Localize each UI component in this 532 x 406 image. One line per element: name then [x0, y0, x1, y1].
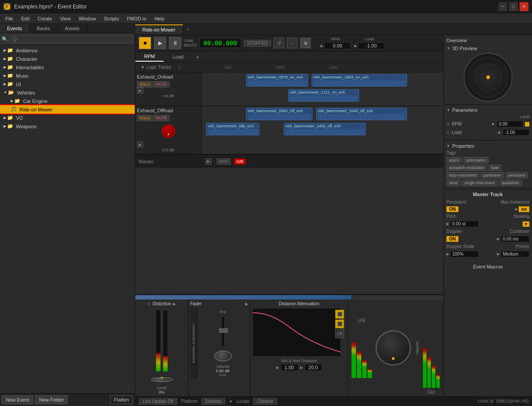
tag-fade: fade — [489, 165, 502, 171]
live-update-button[interactable]: Live Update Off — [139, 398, 177, 405]
platform-dropdown-arrow[interactable]: ▼ — [229, 399, 233, 404]
menu-edit[interactable]: Edit — [18, 15, 33, 22]
automation-section: Automation & Modulation — [190, 308, 197, 379]
solo-button-exhaust-offload[interactable]: SOLO — [137, 115, 153, 121]
clip-0945[interactable]: veh_lawnmower_0945_off_exh — [246, 108, 313, 120]
timeline-header: ▼ Logic Tracks 0 500 1000 1500 — [135, 63, 443, 72]
volume-knob-visual[interactable] — [162, 125, 175, 138]
chevron-right-icon: ▶ — [4, 57, 6, 61]
tree-item-ride-on-mower[interactable]: 🎵 Ride-on Mower — [0, 105, 135, 114]
track-play-button-offload[interactable]: ▶ — [137, 142, 143, 148]
menu-window[interactable]: Window — [75, 15, 99, 22]
flatten-button[interactable]: Flatten — [110, 395, 133, 404]
maximize-button[interactable]: □ — [509, 2, 518, 11]
new-event-button[interactable]: New Event — [2, 395, 33, 404]
big-volume-knob[interactable] — [376, 330, 411, 366]
clip-1604[interactable]: veh_lawnmower_1604_on_exh — [312, 74, 407, 87]
forward-button[interactable]: → — [287, 38, 297, 48]
load-play-btn[interactable]: ▶ — [498, 130, 501, 134]
persistent-value[interactable]: ON — [446, 206, 458, 212]
fader-handle[interactable] — [219, 328, 228, 333]
tree-item-weapons[interactable]: ▶ 📁 Weapons — [0, 122, 135, 130]
tree-item-ambience[interactable]: ▶ 📁 Ambience — [0, 46, 135, 55]
distortion-level-knob[interactable] — [151, 377, 173, 382]
play-icon-max: ▶ — [300, 366, 303, 370]
menu-fmodio[interactable]: FMOD.io — [123, 15, 150, 22]
chevron-right-icon: ▶ — [4, 116, 6, 120]
event-tab-ride-on-mower[interactable]: Ride-on Mower — [135, 24, 183, 34]
cooldown-value: 0.00 ms — [501, 236, 529, 242]
menu-help[interactable]: Help — [151, 15, 168, 22]
pause-button[interactable]: ⏸ — [169, 37, 181, 49]
tree-item-vo[interactable]: ▶ 📁 VO — [0, 114, 135, 122]
distance-btn-2[interactable]: ⬛ — [335, 319, 344, 328]
distance-off-btn[interactable]: Off — [335, 329, 344, 338]
clip-1121[interactable]: veh_lawnmower_1121_on_exh — [288, 89, 359, 102]
tab-banks[interactable]: Banks — [30, 24, 58, 33]
post-label: Post — [219, 373, 226, 377]
doppler-scale-value-row: ▶ 100% ▶ Medium — [446, 251, 529, 257]
tree-item-car-engine[interactable]: ▶ 📁 Car Engine — [0, 97, 135, 105]
distortion-play-btn[interactable]: ▶ — [173, 302, 176, 306]
master-play-button[interactable]: ▶ — [205, 158, 211, 165]
mute-button-exhaust-onload[interactable]: MUTE — [153, 81, 169, 87]
add-tab-button[interactable]: + — [183, 24, 194, 35]
lfe-label: LFE — [358, 318, 366, 323]
clip-idle[interactable]: veh_lawnmower_idle_exh — [206, 123, 259, 135]
fader-play-btn[interactable]: ▶ — [245, 302, 248, 306]
doppler-value[interactable]: ON — [446, 236, 458, 242]
pitch-value-row: ▶ 0.00 st ▼ — [446, 221, 529, 227]
window-controls: ─ □ ✕ — [498, 2, 528, 11]
menu-create[interactable]: Create — [34, 15, 56, 22]
clip-1406[interactable]: veh_lawnmower_1406_off_exh — [284, 123, 366, 135]
tree-item-ui[interactable]: ▶ 📁 UI — [0, 80, 135, 88]
search-input[interactable] — [10, 35, 133, 43]
load-value: -1.00 — [358, 42, 384, 49]
tab-assets[interactable]: Assets — [58, 24, 87, 33]
minimize-button[interactable]: ─ — [498, 2, 507, 11]
menu-scripts[interactable]: Scripts — [101, 15, 123, 22]
tree-item-vehicles[interactable]: ▼ 📂 Vehicles — [0, 88, 135, 97]
rpm-play-btn[interactable]: ▶ — [492, 122, 495, 126]
add-param-button[interactable]: + — [192, 51, 203, 62]
tree-item-music[interactable]: ▶ 📁 Music — [0, 71, 135, 80]
distance-btn-1[interactable]: ⬛ — [335, 310, 344, 319]
max-instances-value-row: ▶ oo — [515, 206, 529, 212]
platform-value-button[interactable]: Desktop — [201, 398, 226, 405]
track-play-button-onload[interactable]: ▶ — [137, 87, 143, 94]
loop-button[interactable]: ↺ — [274, 38, 284, 48]
logic-tracks-label: ▼ Logic Tracks — [137, 65, 175, 70]
solo-button-exhaust-onload[interactable]: SOLO — [137, 81, 153, 87]
param-tab-load[interactable]: Load — [164, 52, 192, 61]
fader-volume-knob[interactable] — [214, 351, 232, 362]
menu-file[interactable]: File — [2, 15, 17, 22]
out-section: Out — [423, 335, 440, 394]
mon-button[interactable]: MON — [217, 158, 231, 165]
rpm-param-input[interactable] — [497, 121, 523, 127]
load-param-group: Load ▶ -1.00 — [354, 37, 384, 49]
tab-events[interactable]: Events — [0, 24, 30, 33]
mute-button-exhaust-offload[interactable]: MUTE — [153, 115, 169, 121]
tree-item-interactables[interactable]: ▶ 📁 Interactables — [0, 63, 135, 71]
play-button[interactable]: ▶ — [154, 37, 166, 49]
menu-view[interactable]: View — [57, 15, 74, 22]
distortion-enable-btn[interactable]: ⊙ — [147, 302, 151, 306]
event-macros-title: Event Macros — [446, 261, 529, 269]
stop-button[interactable]: ■ — [139, 37, 151, 49]
preview-ring-inner — [481, 71, 495, 84]
stealing-value[interactable] — [516, 224, 522, 225]
tree-item-character[interactable]: ▶ 📁 Character — [0, 55, 135, 63]
distortion-percent: 0% — [159, 390, 164, 394]
load-param-input[interactable] — [503, 129, 529, 136]
playlist-button[interactable]: ≡ — [300, 38, 311, 48]
clip-0879[interactable]: veh_lawnmower_0879_on_exh — [246, 74, 308, 87]
time-mode-2: BEATS — [184, 43, 197, 47]
locale-value-button[interactable]: Chinese — [253, 398, 278, 405]
param-tab-rpm[interactable]: RPM — [135, 52, 164, 62]
clip-1648[interactable]: veh_lawnmower_1648_off_exh — [316, 108, 407, 120]
svg-text:F: F — [6, 4, 8, 9]
level-button[interactable]: 0dB — [234, 158, 246, 165]
new-folder-button[interactable]: New Folder — [35, 395, 68, 404]
close-button[interactable]: ✕ — [520, 2, 528, 11]
stealing-dropdown-arrow[interactable]: ▼ — [523, 221, 529, 227]
